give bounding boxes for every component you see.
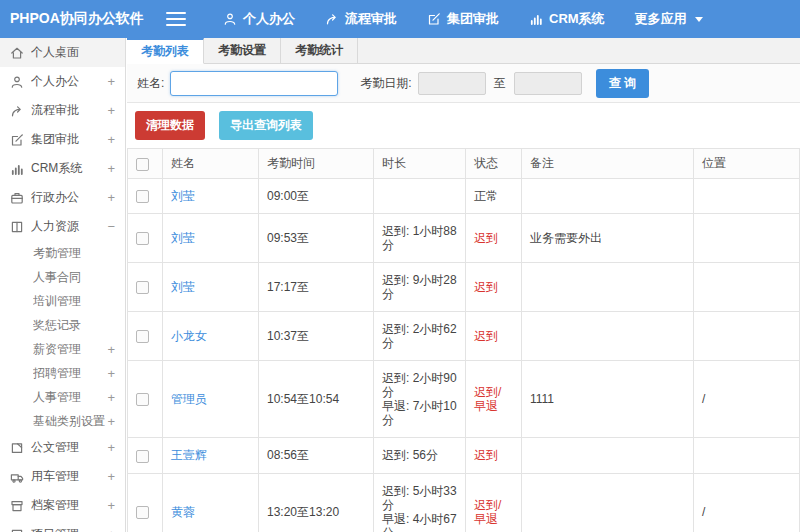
sidebar-item-archive-management[interactable]: 档案管理+	[0, 491, 125, 520]
sidebar-item-crm-system[interactable]: CRM系统+	[0, 154, 125, 183]
expand-icon: +	[107, 132, 115, 147]
duration-cell: 迟到: 9小时28分	[374, 263, 466, 312]
share-icon	[10, 104, 24, 118]
nav-item-label: CRM系统	[549, 10, 605, 28]
time-cell: 09:53至	[259, 214, 374, 263]
nav-item-workflow-approval[interactable]: 流程审批	[310, 0, 412, 38]
select-all-checkbox[interactable]	[136, 158, 149, 171]
sidebar-subitem-recruitment-management[interactable]: 招聘管理+	[0, 361, 125, 385]
table-row: 王壹辉08:56至迟到: 56分迟到	[128, 438, 800, 473]
row-checkbox[interactable]	[136, 506, 149, 519]
note-cell	[522, 179, 694, 214]
export-list-button[interactable]: 导出查询列表	[219, 111, 313, 140]
name-link[interactable]: 管理员	[163, 361, 259, 438]
date-to-input[interactable]	[514, 72, 582, 95]
row-checkbox[interactable]	[136, 190, 149, 203]
duration-cell: 迟到: 5小时33分 早退: 4小时67分	[374, 473, 466, 532]
sidebar-item-label: 个人桌面	[31, 44, 108, 61]
row-checkbox[interactable]	[136, 393, 149, 406]
row-checkbox[interactable]	[136, 450, 149, 463]
sidebar-item-label: 项目管理	[31, 526, 100, 532]
name-link[interactable]: 刘莹	[163, 263, 259, 312]
tab-attendance-setup[interactable]: 考勤设置	[204, 38, 281, 63]
sidebar-subitem-reward-records[interactable]: 奖惩记录	[0, 313, 125, 337]
sidebar-subitem-label: 培训管理	[33, 293, 115, 310]
duration-cell: 迟到: 56分	[374, 438, 466, 473]
location-cell	[694, 438, 800, 473]
sidebar-item-human-resources[interactable]: 人力资源−	[0, 212, 125, 241]
name-input[interactable]	[170, 71, 338, 96]
nav-item-more-apps[interactable]: 更多应用	[620, 0, 718, 38]
table-row: 刘莹09:53至迟到: 1小时88分迟到业务需要外出	[128, 214, 800, 263]
list-icon	[10, 528, 24, 532]
sidebar-subitem-salary-management[interactable]: 薪资管理+	[0, 337, 125, 361]
nav-item-personal-office[interactable]: 个人办公	[208, 0, 310, 38]
row-checkbox[interactable]	[136, 281, 149, 294]
tab-bar: 考勤列表考勤设置考勤统计	[127, 38, 800, 64]
name-link[interactable]: 刘莹	[163, 179, 259, 214]
sidebar-subitem-training-management[interactable]: 培训管理	[0, 289, 125, 313]
sidebar-subitem-label: 基础类别设置	[33, 413, 107, 430]
tab-attendance-stats[interactable]: 考勤统计	[281, 38, 358, 63]
note-cell	[522, 473, 694, 532]
row-checkbox-cell	[128, 263, 163, 312]
home-icon	[10, 46, 24, 60]
sidebar-subitem-attendance-management[interactable]: 考勤管理	[0, 241, 125, 265]
sidebar-subitem-personnel-management[interactable]: 人事管理+	[0, 385, 125, 409]
nav-item-label: 流程审批	[345, 10, 397, 28]
nav-item-crm-system[interactable]: CRM系统	[514, 0, 620, 38]
location-cell	[694, 179, 800, 214]
expand-icon: +	[107, 161, 115, 176]
status-cell: 迟到	[466, 263, 522, 312]
sidebar-subitem-personnel-contract[interactable]: 人事合同	[0, 265, 125, 289]
note-cell: 1111	[522, 361, 694, 438]
nav-item-group-approval[interactable]: 集团审批	[412, 0, 514, 38]
location-cell	[694, 263, 800, 312]
column-header: 位置	[694, 149, 800, 179]
tab-attendance-list[interactable]: 考勤列表	[127, 38, 204, 64]
query-button[interactable]: 查 询	[596, 69, 649, 98]
expand-icon: +	[107, 342, 115, 357]
table-row: 小龙女10:37至迟到: 2小时62分迟到	[128, 312, 800, 361]
menu-toggle-icon[interactable]	[166, 12, 186, 26]
sidebar-item-project-management[interactable]: 项目管理+	[0, 520, 125, 532]
caret-down-icon	[695, 17, 703, 22]
duration-cell: 迟到: 1小时88分	[374, 214, 466, 263]
row-checkbox[interactable]	[136, 330, 149, 343]
row-checkbox[interactable]	[136, 232, 149, 245]
sidebar-item-vehicle-management[interactable]: 用车管理+	[0, 462, 125, 491]
sidebar-item-label: 行政办公	[31, 189, 100, 206]
column-header: 姓名	[163, 149, 259, 179]
clean-data-button[interactable]: 清理数据	[135, 111, 205, 140]
sidebar-item-admin-office[interactable]: 行政办公+	[0, 183, 125, 212]
date-to-label: 至	[494, 75, 506, 92]
doc-icon	[10, 441, 24, 455]
app-logo[interactable]: PHPOA协同办公软件	[0, 10, 128, 28]
table-row: 刘莹09:00至正常	[128, 179, 800, 214]
sidebar-item-label: 个人办公	[31, 73, 100, 90]
name-link[interactable]: 王壹辉	[163, 438, 259, 473]
attendance-date-label: 考勤日期:	[360, 75, 411, 92]
name-link[interactable]: 小龙女	[163, 312, 259, 361]
sidebar-item-label: CRM系统	[31, 160, 100, 177]
row-checkbox-cell	[128, 473, 163, 532]
sidebar-item-document-management[interactable]: 公文管理+	[0, 433, 125, 462]
location-cell	[694, 312, 800, 361]
nav-item-label: 集团审批	[447, 10, 499, 28]
name-link[interactable]: 刘莹	[163, 214, 259, 263]
sidebar-item-workflow-approval[interactable]: 流程审批+	[0, 96, 125, 125]
date-from-input[interactable]	[418, 72, 486, 95]
attendance-table: 姓名考勤时间时长状态备注位置 刘莹09:00至正常刘莹09:53至迟到: 1小时…	[127, 148, 800, 532]
sidebar-subitem-basic-category-settings[interactable]: 基础类别设置+	[0, 409, 125, 433]
name-link[interactable]: 黄蓉	[163, 473, 259, 532]
sidebar-item-personal-desktop[interactable]: 个人桌面	[0, 38, 125, 67]
sidebar-subitem-label: 人事合同	[33, 269, 115, 286]
duration-cell: 迟到: 2小时90分 早退: 7小时10分	[374, 361, 466, 438]
sidebar-item-group-approval[interactable]: 集团审批+	[0, 125, 125, 154]
time-cell: 09:00至	[259, 179, 374, 214]
main-content: 考勤列表考勤设置考勤统计 姓名: 考勤日期: 至 查 询 清理数据 导出查询列表…	[127, 38, 800, 532]
status-cell: 迟到	[466, 312, 522, 361]
sidebar-item-personal-office[interactable]: 个人办公+	[0, 67, 125, 96]
location-cell	[694, 214, 800, 263]
time-cell: 10:37至	[259, 312, 374, 361]
